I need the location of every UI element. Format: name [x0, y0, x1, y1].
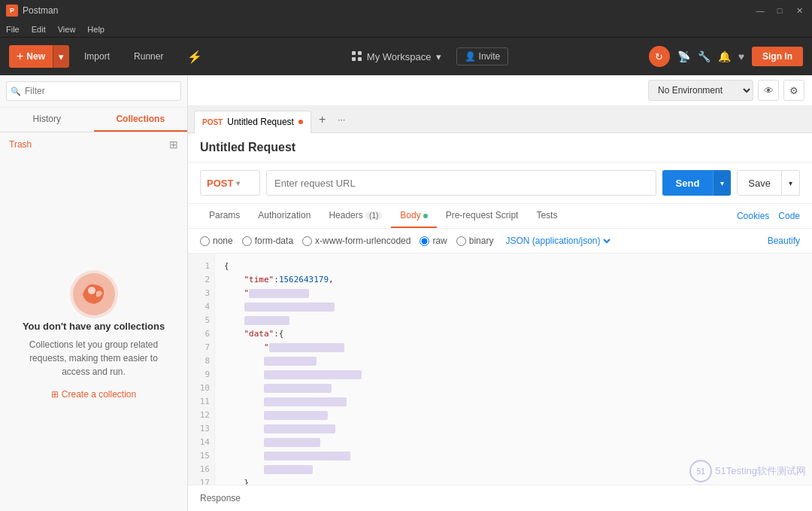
- environment-bar: No Environment 👁 ⚙: [188, 75, 812, 106]
- menu-file[interactable]: File: [6, 25, 20, 34]
- new-collection-icon[interactable]: ⊞: [169, 138, 178, 151]
- form-data-label: form-data: [255, 236, 293, 246]
- workspace-label: My Workspace: [367, 51, 432, 62]
- sidebar-empty: You don't have any collections Collectio…: [0, 157, 187, 511]
- save-dropdown-button[interactable]: ▾: [782, 170, 800, 196]
- params-tab[interactable]: Params: [200, 204, 249, 228]
- runner-button[interactable]: Runner: [125, 45, 172, 68]
- request-tab[interactable]: POST Untitled Request: [194, 111, 311, 133]
- cookies-link[interactable]: Cookies: [737, 211, 769, 221]
- import-button[interactable]: Import: [75, 45, 119, 68]
- invite-button[interactable]: 👤 Invite: [456, 47, 509, 65]
- beautify-button[interactable]: Beautify: [768, 236, 800, 246]
- code-line-17: }: [224, 476, 803, 485]
- menu-help[interactable]: Help: [87, 25, 105, 34]
- new-button-group[interactable]: + New ▾: [9, 45, 69, 68]
- maximize-button[interactable]: □: [773, 6, 786, 16]
- toolbar: + New ▾ Import Runner ⚡ My Workspace ▾ 👤: [0, 38, 812, 75]
- menu-view[interactable]: View: [58, 25, 76, 34]
- code-line-11: [224, 395, 803, 409]
- app-title: Postman: [23, 5, 58, 16]
- workspace-button[interactable]: My Workspace ▾: [352, 51, 441, 62]
- empty-title: You don't have any collections: [23, 321, 165, 332]
- tab-modified-dot: [298, 120, 303, 124]
- plus-icon: +: [17, 50, 23, 63]
- new-button[interactable]: + New: [9, 45, 53, 68]
- form-data-radio[interactable]: [242, 236, 252, 246]
- collections-tab[interactable]: Collections: [94, 108, 188, 132]
- titlebar-controls[interactable]: — □ ✕: [753, 6, 806, 16]
- code-line-4: [224, 300, 803, 314]
- satellite-icon[interactable]: 📡: [677, 50, 690, 62]
- eye-button[interactable]: 👁: [758, 80, 779, 101]
- environment-select[interactable]: No Environment: [648, 80, 753, 101]
- minimize-button[interactable]: —: [753, 6, 767, 16]
- titlebar: P Postman — □ ✕: [0, 0, 812, 21]
- create-collection-button[interactable]: ⊞ Create a collection: [51, 389, 136, 400]
- sidebar: 🔍 History Collections Trash ⊞: [0, 75, 188, 511]
- none-radio[interactable]: [200, 236, 210, 246]
- new-dropdown-button[interactable]: ▾: [53, 45, 69, 68]
- code-editor[interactable]: 12345 678910 1112131415 161718 { "time":…: [188, 254, 812, 485]
- sync-button[interactable]: ↻: [649, 46, 670, 67]
- code-line-2: "time":1562643179,: [224, 273, 803, 287]
- toolbar-right: ↻ 📡 🔧 🔔 ♥ Sign In: [649, 46, 803, 67]
- request-tabs: Params Authorization Headers (1) Body Pr…: [188, 204, 812, 229]
- url-input[interactable]: [266, 170, 656, 196]
- workspace-grid-icon: [352, 51, 362, 62]
- heart-icon[interactable]: ♥: [738, 50, 744, 62]
- method-select[interactable]: POST ▾: [200, 170, 260, 196]
- tab-name: Untitled Request: [227, 117, 294, 127]
- raw-label: raw: [432, 236, 447, 246]
- send-button-group: Send ▾: [662, 170, 732, 196]
- send-dropdown-button[interactable]: ▾: [713, 170, 731, 196]
- menu-edit[interactable]: Edit: [32, 25, 46, 34]
- request-title: Untitled Request: [200, 141, 295, 154]
- main-content: 🔍 History Collections Trash ⊞: [0, 75, 812, 511]
- form-data-option[interactable]: form-data: [242, 236, 293, 246]
- signin-button[interactable]: Sign In: [752, 47, 803, 66]
- add-tab-button[interactable]: +: [313, 110, 332, 129]
- binary-option[interactable]: binary: [456, 236, 494, 246]
- bell-icon[interactable]: 🔔: [718, 50, 731, 62]
- none-option[interactable]: none: [200, 236, 233, 246]
- more-tabs-button[interactable]: ···: [333, 111, 350, 128]
- search-input[interactable]: [6, 81, 181, 101]
- raw-radio[interactable]: [420, 236, 429, 246]
- code-line-3: ": [224, 287, 803, 300]
- svg-point-2: [88, 287, 95, 294]
- request-header: Untitled Request: [188, 133, 812, 163]
- sync-icon: ↻: [655, 51, 663, 62]
- headers-tab[interactable]: Headers (1): [320, 204, 391, 228]
- urlencoded-radio[interactable]: [302, 236, 312, 246]
- body-tab[interactable]: Body: [391, 204, 436, 228]
- body-modified-dot: [423, 214, 428, 218]
- extra-button[interactable]: ⚡: [178, 45, 211, 68]
- binary-radio[interactable]: [456, 236, 466, 246]
- prerequest-tab[interactable]: Pre-request Script: [437, 204, 528, 228]
- code-link[interactable]: Code: [778, 211, 800, 221]
- request-tab-bar: POST Untitled Request + ···: [188, 106, 812, 133]
- tab-actions: Cookies Code: [737, 211, 800, 221]
- workspace-chevron-icon: ▾: [436, 51, 441, 62]
- authorization-tab[interactable]: Authorization: [249, 204, 320, 228]
- urlencoded-option[interactable]: x-www-form-urlencoded: [302, 236, 411, 246]
- trash-label[interactable]: Trash: [9, 139, 32, 150]
- json-type-select[interactable]: JSON (application/json): [502, 235, 613, 247]
- app-icon: P: [6, 5, 18, 17]
- close-button[interactable]: ✕: [792, 6, 806, 16]
- raw-option[interactable]: raw: [420, 236, 447, 246]
- code-line-1: {: [224, 260, 803, 273]
- send-button[interactable]: Send: [662, 170, 714, 196]
- settings-button[interactable]: ⚙: [783, 80, 804, 101]
- sidebar-tabs: History Collections: [0, 108, 187, 132]
- menubar: File Edit View Help: [0, 21, 812, 38]
- binary-label: binary: [469, 236, 494, 246]
- history-tab[interactable]: History: [0, 108, 94, 132]
- code-line-16: [224, 463, 803, 476]
- code-content[interactable]: { "time":1562643179, " "data":{ ": [215, 254, 812, 485]
- wrench-icon[interactable]: 🔧: [698, 50, 710, 62]
- save-button[interactable]: Save: [737, 170, 782, 196]
- tests-tab[interactable]: Tests: [527, 204, 566, 228]
- code-line-15: [224, 449, 803, 463]
